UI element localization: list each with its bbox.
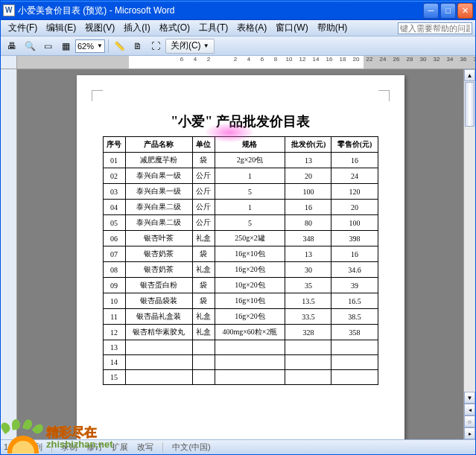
table-cell: 泰兴白果一级 (125, 168, 192, 184)
table-cell: 100 (285, 184, 331, 200)
table-cell: 13 (103, 340, 125, 355)
table-cell: 礼盒 (192, 309, 215, 325)
maximize-button[interactable]: □ (440, 3, 456, 19)
table-cell (215, 355, 285, 370)
ruler-button[interactable]: 📏 (112, 38, 128, 54)
table-header: 序号 (103, 137, 125, 153)
table-cell: 银杏晶袋装 (125, 293, 192, 309)
next-page-button[interactable]: ▸ (464, 427, 475, 439)
prev-page-button[interactable]: ◂ (464, 404, 475, 416)
table-cell: 09 (103, 278, 125, 293)
zoom-combo[interactable]: 62%▼ (75, 39, 105, 53)
table-cell: 泰兴白果二级 (125, 215, 192, 231)
document-canvas[interactable]: "小爱" 产品批发价目表 序号产品名称单位规格批发价(元)零售价(元) 01减肥… (17, 69, 463, 439)
minimize-button[interactable]: ─ (423, 3, 439, 19)
table-cell: 38.5 (331, 309, 378, 325)
menu-edit[interactable]: 编辑(E) (42, 20, 80, 36)
table-row: 07银杏奶茶袋16g×10包1316 (103, 246, 378, 262)
table-cell: 礼盒 (192, 325, 215, 340)
workspace: "小爱" 产品批发价目表 序号产品名称单位规格批发价(元)零售价(元) 01减肥… (1, 69, 475, 439)
menu-table[interactable]: 表格(A) (232, 20, 271, 36)
table-cell: 358 (331, 325, 378, 340)
scroll-down-button[interactable]: ▼ (464, 392, 475, 404)
word-icon (3, 4, 15, 16)
table-cell (331, 370, 378, 385)
table-cell: 03 (103, 184, 125, 200)
table-row: 05泰兴白果二级公斤580100 (103, 215, 378, 231)
table-cell: 34.6 (331, 262, 378, 278)
table-cell: 16 (331, 246, 378, 262)
window-title: 小爱美食价目表 (预览) - Microsoft Word (18, 4, 423, 17)
fullscreen-button[interactable]: ⛶ (147, 38, 164, 54)
close-preview-button[interactable]: 关闭(C)▼ (165, 39, 215, 54)
table-cell (215, 340, 285, 355)
table-header: 零售价(元) (331, 137, 378, 153)
table-row: 01减肥魔芋粉袋2g×20包1316 (103, 153, 378, 168)
multi-page-button[interactable]: ▦ (57, 38, 74, 54)
table-row: 09银杏蛋白粉袋10g×20包3539 (103, 278, 378, 293)
table-row: 14 (103, 355, 378, 370)
table-cell: 05 (103, 215, 125, 231)
menu-format[interactable]: 格式(O) (155, 20, 194, 36)
table-cell (285, 340, 331, 355)
table-cell (285, 355, 331, 370)
table-cell: 袋 (192, 293, 215, 309)
browse-object-button[interactable]: ○ (464, 416, 475, 427)
table-cell: 16 (331, 153, 378, 168)
table-cell: 400mg×60粒×2瓶 (215, 325, 285, 340)
table-cell (331, 355, 378, 370)
table-cell: 银杏奶茶 (125, 262, 192, 278)
table-cell: 24 (331, 168, 378, 184)
table-cell: 银杏叶茶 (125, 231, 192, 246)
table-cell: 33.5 (285, 309, 331, 325)
menu-tools[interactable]: 工具(T) (194, 20, 232, 36)
table-cell: 16.5 (331, 293, 378, 309)
print-button[interactable]: 🖶 (4, 38, 20, 54)
table-cell: 39 (331, 278, 378, 293)
table-cell: 15 (103, 370, 125, 385)
help-search-input[interactable] (398, 22, 472, 34)
watermark: 精彩尽在 zhishizhan.net (1, 422, 113, 454)
scroll-up-button[interactable]: ▲ (464, 69, 475, 81)
menu-file[interactable]: 文件(F) (4, 20, 42, 36)
menu-view[interactable]: 视图(V) (80, 20, 119, 36)
table-cell: 12 (103, 325, 125, 340)
close-button[interactable]: ✕ (457, 3, 473, 19)
status-lang: 中文(中国) (172, 442, 210, 453)
table-cell: 泰兴白果二级 (125, 200, 192, 215)
crop-mark-icon (92, 90, 103, 101)
crop-mark-icon (378, 90, 390, 101)
magnifier-button[interactable]: 🔍 (22, 38, 38, 54)
table-cell (215, 370, 285, 385)
table-row: 12银杏精华素胶丸礼盒400mg×60粒×2瓶328358 (103, 325, 378, 340)
table-cell: 1 (215, 168, 285, 184)
table-cell: 公斤 (192, 184, 215, 200)
table-cell: 5 (215, 184, 285, 200)
table-cell: 348 (285, 231, 331, 246)
one-page-button[interactable]: ▭ (39, 38, 56, 54)
table-cell: 公斤 (192, 200, 215, 215)
table-cell (125, 340, 192, 355)
menubar: 文件(F) 编辑(E) 视图(V) 插入(I) 格式(O) 工具(T) 表格(A… (1, 20, 475, 36)
vertical-scrollbar[interactable]: ▲ ▼ ◂ ○ ▸ (463, 69, 475, 439)
menu-insert[interactable]: 插入(I) (119, 20, 154, 36)
table-row: 08银杏奶茶礼盒16g×20包3034.6 (103, 262, 378, 278)
vertical-ruler[interactable] (1, 69, 17, 439)
table-cell: 16g×20包 (215, 262, 285, 278)
menu-window[interactable]: 窗口(W) (271, 20, 312, 36)
table-cell: 1 (215, 200, 285, 215)
scroll-thumb[interactable] (465, 82, 475, 127)
menu-help[interactable]: 帮助(H) (313, 20, 352, 36)
table-cell (331, 340, 378, 355)
table-cell (285, 370, 331, 385)
page: "小爱" 产品批发价目表 序号产品名称单位规格批发价(元)零售价(元) 01减肥… (77, 75, 404, 439)
table-cell: 14 (103, 355, 125, 370)
document-title: "小爱" 产品批发价目表 (103, 112, 378, 130)
table-cell: 20 (285, 168, 331, 184)
watermark-logo-icon (1, 422, 43, 454)
table-cell: 公斤 (192, 215, 215, 231)
ruler-scale[interactable]: 6422468101214161820222426283032343638404… (17, 56, 475, 69)
table-cell: 10 (103, 293, 125, 309)
shrink-button[interactable]: 🗎 (130, 38, 146, 54)
table-cell: 07 (103, 246, 125, 262)
